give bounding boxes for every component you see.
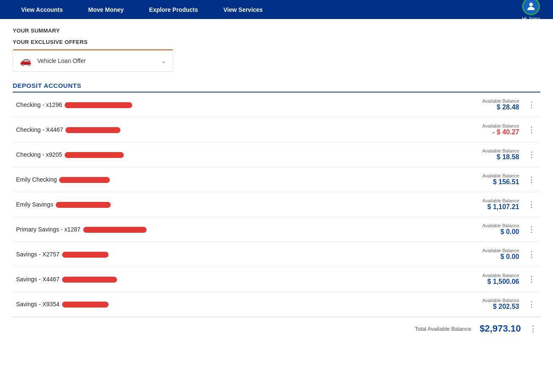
more-menu-button[interactable]: ⋮: [526, 273, 537, 285]
vehicle-loan-offer-card[interactable]: 🚗 Vehicle Loan Offer ⌄: [13, 49, 173, 72]
more-menu-cell: ⋮: [523, 117, 540, 142]
balance-label: Available Balance: [407, 98, 519, 103]
balance-amount: $ 1,500.06: [487, 278, 519, 285]
balance-cell: Available Balance$ 1,107.21: [404, 192, 523, 217]
more-menu-button[interactable]: ⋮: [526, 223, 537, 235]
exclusive-offers-title: YOUR EXCLUSIVE OFFERS: [13, 39, 540, 45]
account-name-cell: Primary Savings - x1287: [13, 217, 386, 242]
table-row[interactable]: Savings - X4467Available Balance$ 1,500.…: [13, 267, 540, 292]
account-name: Savings - X9354: [16, 301, 60, 308]
deposit-accounts-title: DEPOSIT ACCOUNTS: [13, 82, 540, 93]
account-name: Savings - X2757: [16, 251, 60, 258]
account-name: Checking - x9205: [16, 151, 62, 158]
balance-label: Available Balance: [407, 248, 519, 253]
spacer-cell: [386, 192, 404, 217]
account-name: Primary Savings - x1287: [16, 226, 81, 233]
redacted-account-info: [62, 277, 117, 283]
spacer-cell: [386, 292, 404, 317]
balance-label: Available Balance: [407, 298, 519, 303]
more-menu-cell: ⋮: [523, 267, 540, 292]
navbar: View Accounts Move Money Explore Product…: [0, 0, 553, 19]
account-name-cell: Checking - X4467: [13, 117, 386, 142]
more-menu-button[interactable]: ⋮: [526, 99, 537, 111]
total-label: Total Available Balance: [415, 326, 471, 332]
account-name: Emily Savings: [16, 201, 53, 208]
balance-amount: $ 1,107.21: [487, 203, 519, 210]
nav-view-services[interactable]: View Services: [211, 0, 275, 19]
page-content: YOUR SUMMARY YOUR EXCLUSIVE OFFERS 🚗 Veh…: [0, 19, 553, 348]
more-menu-cell: ⋮: [523, 192, 540, 217]
summary-title: YOUR SUMMARY: [13, 27, 540, 34]
more-menu-button[interactable]: ⋮: [526, 298, 537, 310]
balance-cell: Available Balance$ 202.53: [404, 292, 523, 317]
account-name: Emily Checking: [16, 176, 57, 183]
balance-cell: Available Balance$ 28.48: [404, 93, 523, 117]
balance-amount: $ 0.00: [501, 228, 519, 235]
spacer-cell: [386, 93, 404, 117]
user-avatar-wrap[interactable]: Hi Jaina: [518, 0, 545, 24]
more-menu-button[interactable]: ⋮: [526, 124, 537, 136]
balance-amount: $ 156.51: [493, 178, 519, 185]
more-menu-button[interactable]: ⋮: [526, 174, 537, 185]
account-name: Checking - X4467: [16, 126, 63, 133]
account-name: Savings - X4467: [16, 276, 60, 283]
spacer-cell: [386, 142, 404, 167]
balance-amount: $ 0.00: [501, 253, 519, 260]
account-name-cell: Savings - X2757: [13, 242, 386, 267]
redacted-account-info: [83, 227, 147, 233]
spacer-cell: [386, 267, 404, 292]
table-row[interactable]: Emily CheckingAvailable Balance$ 156.51⋮: [13, 167, 540, 192]
balance-amount: $ 18.58: [497, 153, 519, 161]
spacer-cell: [386, 217, 404, 242]
total-more-menu[interactable]: ⋮: [529, 324, 537, 333]
table-row[interactable]: Checking - x1296Available Balance$ 28.48…: [13, 93, 540, 117]
table-row[interactable]: Savings - X2757Available Balance$ 0.00⋮: [13, 242, 540, 267]
balance-cell: Available Balance$ 1,500.06: [404, 267, 523, 292]
balance-label: Available Balance: [407, 273, 519, 278]
nav-explore-products[interactable]: Explore Products: [136, 0, 211, 19]
nav-view-accounts[interactable]: View Accounts: [8, 0, 76, 19]
avatar: [522, 0, 540, 15]
more-menu-button[interactable]: ⋮: [526, 149, 537, 161]
balance-cell: Available Balance$ 18.58: [404, 142, 523, 167]
redacted-account-info: [62, 252, 109, 258]
balance-label: Available Balance: [407, 123, 519, 128]
balance-label: Available Balance: [407, 223, 519, 228]
balance-label: Available Balance: [407, 148, 519, 153]
redacted-account-info: [59, 177, 110, 183]
balance-cell: Available Balance$ 0.00: [404, 242, 523, 267]
table-row[interactable]: Primary Savings - x1287Available Balance…: [13, 217, 540, 242]
table-row[interactable]: Emily SavingsAvailable Balance$ 1,107.21…: [13, 192, 540, 217]
more-menu-button[interactable]: ⋮: [526, 199, 537, 210]
chevron-down-icon: ⌄: [161, 57, 166, 64]
balance-label: Available Balance: [407, 198, 519, 203]
table-row[interactable]: Savings - X9354Available Balance$ 202.53…: [13, 292, 540, 317]
account-name-cell: Savings - X4467: [13, 267, 386, 292]
account-name-cell: Checking - x9205: [13, 142, 386, 167]
redacted-account-info: [65, 127, 120, 133]
nav-move-money[interactable]: Move Money: [76, 0, 136, 19]
more-menu-cell: ⋮: [523, 242, 540, 267]
more-menu-cell: ⋮: [523, 217, 540, 242]
total-row: Total Available Balance $2,973.10 ⋮: [13, 317, 540, 340]
more-menu-cell: ⋮: [523, 167, 540, 192]
more-menu-cell: ⋮: [523, 142, 540, 167]
more-menu-button[interactable]: ⋮: [526, 248, 537, 260]
balance-cell: Available Balance- $ 40.27: [404, 117, 523, 142]
spacer-cell: [386, 117, 404, 142]
table-row[interactable]: Checking - X4467Available Balance- $ 40.…: [13, 117, 540, 142]
spacer-cell: [386, 242, 404, 267]
accounts-table: Checking - x1296Available Balance$ 28.48…: [13, 93, 540, 317]
redacted-account-info: [62, 302, 109, 308]
more-menu-cell: ⋮: [523, 292, 540, 317]
balance-cell: Available Balance$ 0.00: [404, 217, 523, 242]
account-name-cell: Checking - x1296: [13, 93, 386, 117]
vehicle-icon: 🚗: [20, 55, 31, 66]
balance-amount: - $ 40.27: [493, 128, 519, 136]
table-row[interactable]: Checking - x9205Available Balance$ 18.58…: [13, 142, 540, 167]
balance-cell: Available Balance$ 156.51: [404, 167, 523, 192]
account-name-cell: Savings - X9354: [13, 292, 386, 317]
account-name-cell: Emily Savings: [13, 192, 386, 217]
svg-point-0: [529, 3, 533, 6]
total-amount: $2,973.10: [479, 323, 521, 334]
